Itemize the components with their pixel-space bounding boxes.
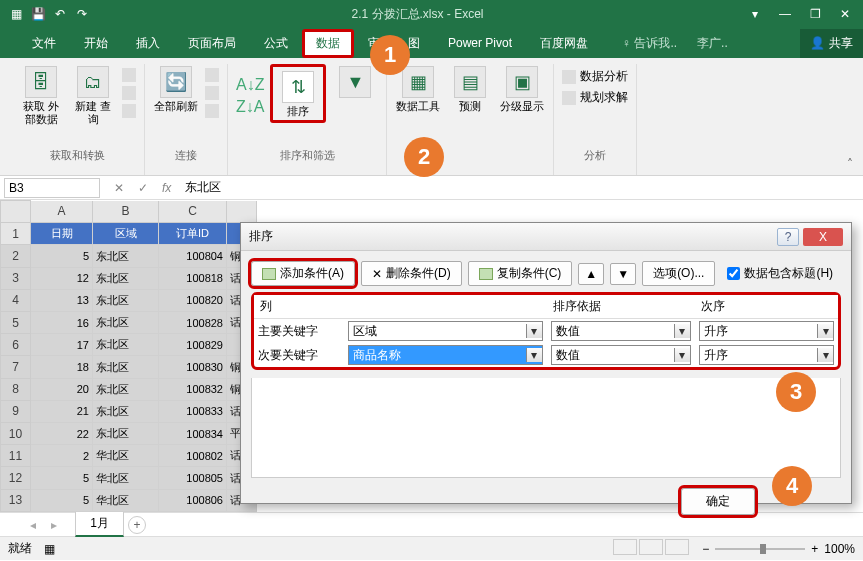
- forecast-button[interactable]: ▤预测: [447, 64, 493, 113]
- cell[interactable]: 100806: [159, 489, 227, 511]
- macro-record-icon[interactable]: ▦: [44, 542, 55, 556]
- sort-asc-button[interactable]: A↓Z: [236, 76, 264, 94]
- cell[interactable]: 东北区: [93, 245, 159, 267]
- share-button[interactable]: 👤共享: [800, 29, 863, 58]
- tab-home[interactable]: 开始: [70, 29, 122, 58]
- add-condition-button[interactable]: 添加条件(A): [251, 261, 355, 286]
- tab-powerpivot[interactable]: Power Pivot: [434, 30, 526, 56]
- data-tools-button[interactable]: ▦数据工具: [395, 64, 441, 113]
- row-header[interactable]: 1: [1, 223, 31, 245]
- view-buttons[interactable]: [612, 539, 690, 558]
- zoom-out-icon[interactable]: −: [702, 542, 709, 556]
- row-header[interactable]: 8: [1, 378, 31, 400]
- col-header-c[interactable]: C: [159, 201, 227, 223]
- move-up-button[interactable]: ▲: [578, 263, 604, 285]
- tell-me[interactable]: ♀ 告诉我..: [622, 35, 677, 52]
- row-header[interactable]: 12: [1, 467, 31, 489]
- row-header[interactable]: 9: [1, 400, 31, 422]
- cell[interactable]: 东北区: [93, 423, 159, 445]
- sheet-nav-arrows[interactable]: ◂ ▸: [30, 518, 63, 532]
- tab-baidu[interactable]: 百度网盘: [526, 29, 602, 58]
- row-header[interactable]: 6: [1, 334, 31, 356]
- user-label[interactable]: 李广..: [697, 35, 728, 52]
- tab-formulas[interactable]: 公式: [250, 29, 302, 58]
- ok-button[interactable]: 确定: [681, 488, 755, 515]
- cell[interactable]: 100829: [159, 334, 227, 356]
- tab-data[interactable]: 数据: [302, 29, 354, 58]
- dialog-titlebar[interactable]: 排序 ? X: [241, 223, 851, 251]
- cell[interactable]: 东北区: [93, 400, 159, 422]
- row-header[interactable]: 3: [1, 267, 31, 289]
- filter-button[interactable]: ▼: [332, 64, 378, 113]
- cell[interactable]: 100802: [159, 445, 227, 467]
- fx-icon[interactable]: fx: [158, 181, 175, 195]
- get-external-data-button[interactable]: 🗄获取 外部数据: [18, 64, 64, 126]
- row-header[interactable]: 2: [1, 245, 31, 267]
- cell[interactable]: 18: [31, 356, 93, 378]
- zoom-in-icon[interactable]: +: [811, 542, 818, 556]
- col-header-b[interactable]: B: [93, 201, 159, 223]
- cell[interactable]: 华北区: [93, 445, 159, 467]
- cell[interactable]: 订单ID: [159, 223, 227, 245]
- secondary-column-combo[interactable]: 商品名称▾: [348, 345, 543, 365]
- cancel-fx-icon[interactable]: ✕: [110, 181, 128, 195]
- save-icon[interactable]: 💾: [30, 6, 46, 22]
- tab-file[interactable]: 文件: [18, 29, 70, 58]
- undo-icon[interactable]: ↶: [52, 6, 68, 22]
- new-query-button[interactable]: 🗂新建 查询: [70, 64, 116, 126]
- tab-layout[interactable]: 页面布局: [174, 29, 250, 58]
- add-sheet-button[interactable]: +: [128, 516, 146, 534]
- cell[interactable]: 100828: [159, 312, 227, 334]
- zoom-slider[interactable]: [715, 548, 805, 550]
- name-box[interactable]: [4, 178, 100, 198]
- cell[interactable]: 12: [31, 267, 93, 289]
- options-button[interactable]: 选项(O)...: [642, 261, 715, 286]
- formula-input[interactable]: [181, 181, 331, 195]
- cell[interactable]: 东北区: [93, 312, 159, 334]
- sort-desc-button[interactable]: Z↓A: [236, 98, 264, 116]
- cell[interactable]: 华北区: [93, 467, 159, 489]
- cell[interactable]: 东北区: [93, 334, 159, 356]
- row-header[interactable]: 13: [1, 489, 31, 511]
- dialog-help-icon[interactable]: ?: [777, 228, 799, 246]
- cell[interactable]: 13: [31, 289, 93, 311]
- cell[interactable]: 华北区: [93, 489, 159, 511]
- refresh-all-button[interactable]: 🔄全部刷新: [153, 64, 199, 113]
- primary-order-combo[interactable]: 升序▾: [699, 321, 834, 341]
- zoom-level[interactable]: 100%: [824, 542, 855, 556]
- cell[interactable]: 100833: [159, 400, 227, 422]
- cell[interactable]: 21: [31, 400, 93, 422]
- outline-button[interactable]: ▣分级显示: [499, 64, 545, 113]
- col-header-a[interactable]: A: [31, 201, 93, 223]
- cell[interactable]: 100804: [159, 245, 227, 267]
- has-header-checkbox[interactable]: 数据包含标题(H): [727, 265, 833, 282]
- cell[interactable]: 17: [31, 334, 93, 356]
- sort-button[interactable]: ⇅排序: [275, 69, 321, 118]
- col-header-d[interactable]: [227, 201, 257, 223]
- cell[interactable]: 东北区: [93, 267, 159, 289]
- row-header[interactable]: 7: [1, 356, 31, 378]
- row-header[interactable]: 10: [1, 423, 31, 445]
- redo-icon[interactable]: ↷: [74, 6, 90, 22]
- move-down-button[interactable]: ▼: [610, 263, 636, 285]
- cell[interactable]: 20: [31, 378, 93, 400]
- cell[interactable]: 东北区: [93, 356, 159, 378]
- cell[interactable]: 区域: [93, 223, 159, 245]
- cell[interactable]: 东北区: [93, 289, 159, 311]
- solver-button[interactable]: 规划求解: [562, 89, 628, 106]
- row-header[interactable]: 5: [1, 312, 31, 334]
- cell[interactable]: 100830: [159, 356, 227, 378]
- minimize-icon[interactable]: —: [775, 7, 795, 21]
- dialog-close-icon[interactable]: X: [803, 228, 843, 246]
- secondary-order-combo[interactable]: 升序▾: [699, 345, 834, 365]
- cell[interactable]: 日期: [31, 223, 93, 245]
- zoom-control[interactable]: − + 100%: [702, 542, 855, 556]
- tab-insert[interactable]: 插入: [122, 29, 174, 58]
- cell[interactable]: 100820: [159, 289, 227, 311]
- cell[interactable]: 100805: [159, 467, 227, 489]
- cell[interactable]: 100834: [159, 423, 227, 445]
- row-header[interactable]: 4: [1, 289, 31, 311]
- cell[interactable]: 100832: [159, 378, 227, 400]
- worksheet-grid[interactable]: A B C 1 日期 区域 订单ID 25东北区100804铜312东北区100…: [0, 200, 257, 512]
- cell[interactable]: 16: [31, 312, 93, 334]
